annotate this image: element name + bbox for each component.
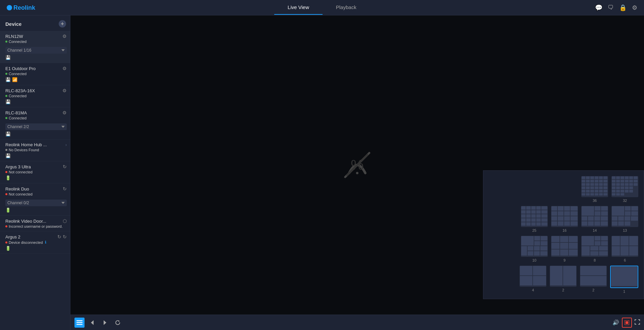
svg-rect-94	[531, 222, 536, 226]
svg-rect-147	[528, 251, 533, 256]
tab-live-view[interactable]: Live View	[274, 0, 323, 15]
svg-rect-140	[541, 236, 547, 240]
logo-svg: Reolink	[7, 3, 44, 12]
svg-rect-182	[580, 276, 606, 285]
grid-row-2: 25 16	[489, 206, 638, 232]
grid-option-14[interactable]: 14	[581, 206, 608, 232]
device-item-reolink-duo[interactable]: Reolink Duo ↻ Not connected Channel 0/2 …	[0, 183, 70, 216]
device-item-e1-outdoor-pro[interactable]: E1 Outdoor Pro ⚙ Connected 💾 📶	[0, 63, 70, 85]
settings-button-argus2[interactable]: ↻	[63, 234, 67, 239]
grid-option-8[interactable]: 8	[581, 236, 608, 262]
status-text-video-door: Incorrect username or password.	[9, 224, 63, 228]
grid-option-2v[interactable]: 2	[580, 266, 607, 293]
svg-rect-178	[533, 276, 546, 285]
sd-icon-rlc81ma: 💾	[5, 131, 11, 136]
svg-rect-114	[595, 206, 600, 211]
settings-button-rln12w[interactable]: ⚙	[62, 34, 67, 39]
settings-button-rlc81ma[interactable]: ⚙	[62, 110, 67, 115]
svg-rect-38	[595, 193, 598, 196]
svg-rect-6	[586, 176, 590, 179]
svg-rect-74	[531, 206, 536, 210]
external-button-video-door[interactable]: ⬡	[63, 218, 67, 224]
record-button[interactable]	[622, 318, 632, 328]
device-item-home-hub[interactable]: Reolink Home Hub ... › No Devices Found …	[0, 140, 70, 161]
svg-rect-24	[586, 186, 590, 189]
svg-rect-71	[621, 193, 624, 196]
message-icon[interactable]: 🗨	[608, 4, 614, 11]
svg-rect-53	[612, 183, 615, 186]
nav-tabs: Live View Playback	[274, 0, 370, 15]
prev-button[interactable]	[87, 318, 97, 328]
settings-icon[interactable]: ⚙	[632, 4, 637, 11]
svg-rect-21	[599, 183, 603, 186]
settings-button-rlc823a[interactable]: ⚙	[62, 88, 67, 93]
grid-option-4[interactable]: 4	[520, 266, 546, 293]
grid-option-9[interactable]: 9	[551, 236, 578, 262]
svg-rect-39	[599, 193, 603, 196]
svg-rect-41	[612, 176, 615, 179]
svg-rect-185	[76, 322, 83, 323]
svg-rect-95	[536, 222, 541, 226]
fullscreen-button[interactable]	[635, 319, 640, 326]
svg-rect-116	[595, 211, 600, 216]
device-item-argus3-ultra[interactable]: Argus 3 Ultra ↻ Not connected 🔋	[0, 161, 70, 183]
info-icon-argus2[interactable]: ℹ	[45, 240, 46, 244]
logo: Reolink	[7, 3, 44, 12]
grid-label-32: 32	[623, 199, 627, 203]
svg-rect-73	[526, 206, 531, 210]
svg-rect-70	[616, 193, 620, 196]
settings-button-e1[interactable]: ⚙	[62, 66, 67, 71]
list-view-button[interactable]	[74, 318, 85, 328]
svg-rect-54	[616, 183, 620, 186]
svg-rect-55	[621, 183, 624, 186]
svg-rect-157	[560, 250, 568, 256]
bottom-right-controls: 🔊	[612, 318, 640, 328]
svg-rect-101	[551, 211, 557, 216]
lock-icon[interactable]: 🔒	[619, 4, 627, 11]
sd-icon-home-hub: 💾	[5, 153, 11, 158]
svg-rect-186	[76, 324, 83, 325]
grid-option-13[interactable]: 13	[611, 206, 638, 232]
refresh-button-duo[interactable]: ↻	[63, 186, 67, 191]
svg-rect-59	[612, 186, 615, 189]
status-dot-duo	[5, 193, 7, 195]
status-text-argus2: Device disconnected	[9, 240, 43, 244]
grid-option-36[interactable]: 36	[581, 176, 608, 203]
status-text-argus3: Not connected	[9, 170, 33, 174]
list-view-icon	[76, 320, 83, 325]
grid-option-6[interactable]: 6	[611, 236, 638, 262]
next-button[interactable]	[100, 318, 110, 328]
refresh-button-argus3[interactable]: ↻	[63, 164, 67, 169]
channel-select-rlc81ma[interactable]: Channel 2/2	[5, 123, 67, 130]
grid-option-10[interactable]: 10	[521, 236, 548, 262]
grid-option-25[interactable]: 25	[521, 206, 548, 232]
channel-select-rln12w[interactable]: Channel 1/16	[5, 47, 67, 54]
grid-option-2h[interactable]: 2	[550, 266, 577, 293]
svg-rect-146	[540, 246, 547, 251]
device-item-rln12w[interactable]: RLN12W ⚙ Connected Channel 1/16 💾	[0, 31, 70, 63]
expand-arrow-home-hub[interactable]: ›	[65, 143, 67, 147]
refresh-button[interactable]	[113, 318, 123, 328]
device-item-argus2[interactable]: Argus 2 ↻ ↻ Device disconnected ℹ 🔋	[0, 231, 70, 254]
svg-rect-97	[551, 206, 557, 211]
grid-option-1[interactable]: 1	[610, 266, 638, 293]
volume-icon[interactable]: 🔊	[612, 319, 619, 326]
device-item-rlc-81ma[interactable]: RLC-81MA ⚙ Connected Channel 2/2 💾	[0, 107, 70, 140]
svg-rect-92	[521, 222, 526, 226]
device-item-video-door[interactable]: Reolink Video Door... ⬡ Incorrect userna…	[0, 216, 70, 231]
add-device-button[interactable]: +	[59, 20, 66, 28]
refresh-button-argus2[interactable]: ↻	[57, 234, 61, 239]
device-item-rlc-823a[interactable]: RLC-823A-16X ⚙ Connected 💾	[0, 85, 70, 107]
chat-icon[interactable]: 💬	[595, 4, 602, 11]
svg-rect-117	[601, 211, 608, 216]
tab-playback[interactable]: Playback	[323, 0, 370, 15]
svg-rect-29	[582, 190, 585, 192]
grid-picker-overlay: 36 32	[483, 170, 644, 299]
channel-select-duo[interactable]: Channel 0/2	[5, 200, 67, 206]
svg-rect-87	[521, 218, 526, 222]
grid-option-16[interactable]: 16	[551, 206, 578, 232]
svg-rect-36	[586, 193, 590, 196]
svg-rect-9	[599, 176, 603, 179]
svg-rect-72	[521, 206, 526, 210]
grid-option-32[interactable]: 32	[611, 176, 638, 203]
